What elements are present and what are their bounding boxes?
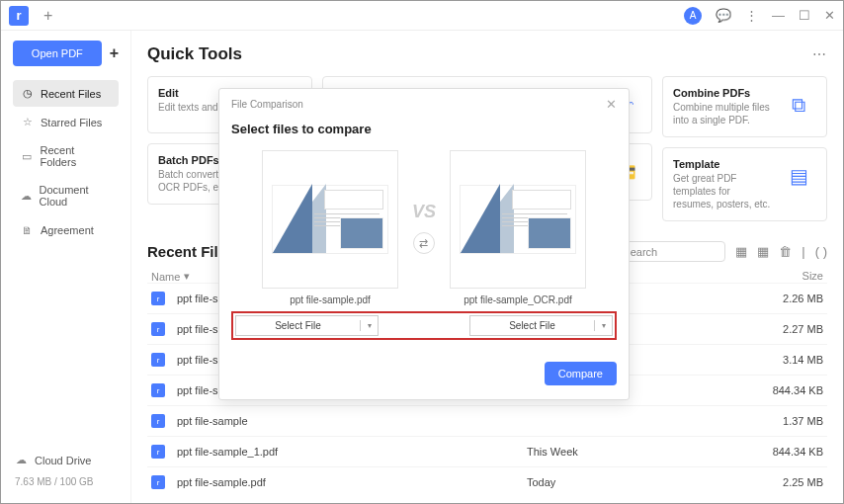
left-preview-box[interactable] — [262, 150, 398, 289]
select-file-row: Select File ▾ Select File ▾ — [231, 311, 617, 340]
compare-button[interactable]: Compare — [545, 362, 617, 385]
swap-button[interactable]: ⇄ — [413, 232, 435, 254]
left-preview: ppt file-sample.pdf — [262, 150, 398, 305]
right-preview: ppt file-sample_OCR.pdf — [450, 150, 586, 305]
chevron-down-icon[interactable]: ▾ — [360, 320, 378, 331]
right-preview-box[interactable] — [450, 150, 586, 289]
chevron-down-icon[interactable]: ▾ — [594, 320, 612, 331]
modal-overlay: File Comparison ✕ Select files to compar… — [1, 1, 843, 503]
right-file-name: ppt file-sample_OCR.pdf — [464, 294, 572, 305]
modal-header-text: File Comparison — [231, 99, 303, 110]
modal-close-icon[interactable]: ✕ — [606, 97, 617, 112]
select-file-left-button[interactable]: Select File ▾ — [235, 315, 379, 336]
select-file-right-button[interactable]: Select File ▾ — [469, 315, 613, 336]
file-comparison-modal: File Comparison ✕ Select files to compar… — [218, 88, 630, 400]
modal-title: Select files to compare — [231, 122, 617, 136]
left-file-name: ppt file-sample.pdf — [290, 294, 371, 305]
vs-label: VS — [412, 202, 436, 222]
